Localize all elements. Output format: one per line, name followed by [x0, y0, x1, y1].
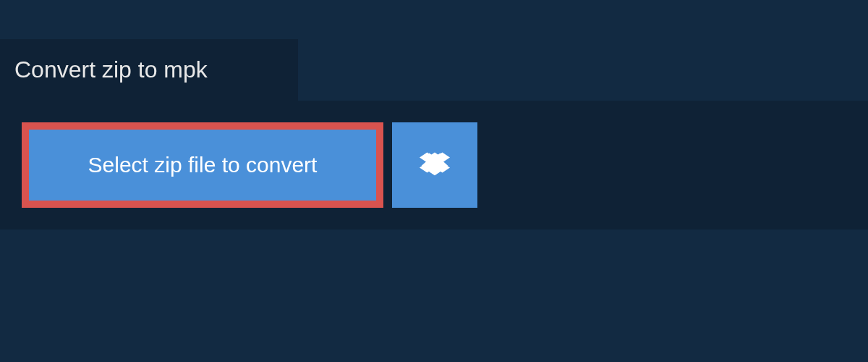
select-file-button[interactable]: Select zip file to convert	[22, 122, 383, 208]
button-row: Select zip file to convert	[22, 122, 846, 208]
page-title: Convert zip to mpk	[0, 39, 298, 101]
select-file-label: Select zip file to convert	[88, 153, 318, 177]
conversion-panel: Select zip file to convert	[0, 101, 868, 230]
page-title-text: Convert zip to mpk	[14, 56, 208, 83]
dropbox-icon	[420, 150, 450, 180]
dropbox-button[interactable]	[392, 122, 477, 208]
